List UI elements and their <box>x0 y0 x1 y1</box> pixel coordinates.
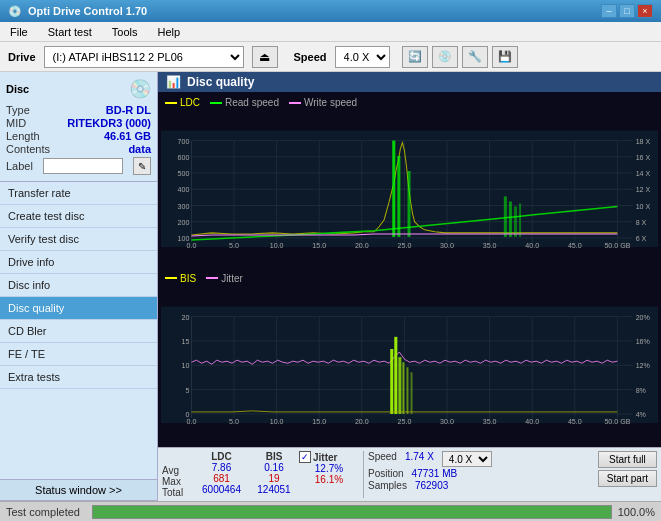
start-full-button[interactable]: Start full <box>598 451 657 468</box>
close-button[interactable]: × <box>637 4 653 18</box>
svg-text:10 X: 10 X <box>636 203 651 211</box>
length-label: Length <box>6 130 40 142</box>
svg-text:20.0: 20.0 <box>355 242 369 250</box>
stats-divider <box>363 451 364 498</box>
svg-text:300: 300 <box>178 203 190 211</box>
jitter-checkbox[interactable]: ✓ <box>299 451 311 463</box>
menu-help[interactable]: Help <box>151 24 186 40</box>
app-icon: 💿 <box>8 5 22 18</box>
action-buttons: Start full Start part <box>598 451 657 487</box>
bis-max: 19 <box>249 473 299 484</box>
refresh-button[interactable]: 🔄 <box>402 46 428 68</box>
label-label: Label <box>6 160 33 172</box>
svg-text:30.0: 30.0 <box>440 418 454 426</box>
speed-stat-select[interactable]: 4.0 X <box>442 451 492 467</box>
sidebar-item-cd-bler[interactable]: CD Bler <box>0 320 157 343</box>
svg-text:30.0: 30.0 <box>440 242 454 250</box>
svg-text:400: 400 <box>178 186 190 194</box>
main-area: Disc 💿 Type BD-R DL MID RITEKDR3 (000) L… <box>0 72 661 501</box>
label-input[interactable] <box>43 158 123 174</box>
sidebar-item-extra-tests[interactable]: Extra tests <box>0 366 157 389</box>
tools-button[interactable]: 🔧 <box>462 46 488 68</box>
content-area: 📊 Disc quality LDC Read speed <box>158 72 661 501</box>
svg-text:20%: 20% <box>636 313 651 321</box>
ldc-max: 681 <box>194 473 249 484</box>
sidebar: Disc 💿 Type BD-R DL MID RITEKDR3 (000) L… <box>0 72 158 501</box>
svg-text:14 X: 14 X <box>636 170 651 178</box>
svg-text:16 X: 16 X <box>636 154 651 162</box>
svg-text:35.0: 35.0 <box>483 242 497 250</box>
jitter-column-header: Jitter <box>313 452 337 463</box>
svg-rect-91 <box>398 357 401 414</box>
disc-button[interactable]: 💿 <box>432 46 458 68</box>
speed-select[interactable]: 4.0 X <box>335 46 390 68</box>
svg-rect-46 <box>407 171 410 237</box>
menu-tools[interactable]: Tools <box>106 24 144 40</box>
progress-track <box>92 505 612 519</box>
disc-panel-label: Disc <box>6 83 29 95</box>
progress-bar-container: Test completed 100.0% <box>0 501 661 521</box>
svg-rect-51 <box>161 306 658 423</box>
chart1-svg: 700 600 500 400 300 200 100 18 X 16 X 14… <box>161 110 658 268</box>
svg-rect-94 <box>411 372 413 414</box>
sidebar-item-fe-te[interactable]: FE / TE <box>0 343 157 366</box>
sidebar-item-verify-test-disc[interactable]: Verify test disc <box>0 228 157 251</box>
svg-text:8%: 8% <box>636 386 647 394</box>
svg-text:15.0: 15.0 <box>312 418 326 426</box>
label-edit-button[interactable]: ✎ <box>133 157 151 175</box>
status-window-button[interactable]: Status window >> <box>0 479 157 501</box>
svg-text:5.0: 5.0 <box>229 242 239 250</box>
maximize-button[interactable]: □ <box>619 4 635 18</box>
menu-file[interactable]: File <box>4 24 34 40</box>
svg-text:0.0: 0.0 <box>186 242 196 250</box>
svg-text:6 X: 6 X <box>636 235 647 243</box>
contents-label: Contents <box>6 143 50 155</box>
svg-rect-48 <box>509 201 512 237</box>
svg-text:500: 500 <box>178 170 190 178</box>
legend-read-speed: Read speed <box>210 97 279 108</box>
svg-text:35.0: 35.0 <box>483 418 497 426</box>
app-title: Opti Drive Control 1.70 <box>28 5 147 17</box>
write-speed-color <box>289 102 301 104</box>
mid-value: RITEKDR3 (000) <box>67 117 151 129</box>
svg-text:45.0: 45.0 <box>568 418 582 426</box>
svg-text:10.0: 10.0 <box>270 418 284 426</box>
menu-start-test[interactable]: Start test <box>42 24 98 40</box>
samples-value: 762903 <box>415 480 448 491</box>
jitter-max: 16.1% <box>299 474 359 485</box>
svg-rect-93 <box>406 367 408 414</box>
jitter-color <box>206 277 218 279</box>
minimize-button[interactable]: – <box>601 4 617 18</box>
svg-text:12%: 12% <box>636 362 651 370</box>
sidebar-item-disc-info[interactable]: Disc info <box>0 274 157 297</box>
samples-row: Samples 762903 <box>368 480 598 491</box>
position-row: Position 47731 MB <box>368 468 598 479</box>
svg-text:10.0: 10.0 <box>270 242 284 250</box>
sidebar-item-disc-quality[interactable]: Disc quality <box>0 297 157 320</box>
svg-text:20.0: 20.0 <box>355 418 369 426</box>
svg-text:0.0: 0.0 <box>186 418 196 426</box>
svg-text:18 X: 18 X <box>636 138 651 146</box>
eject-button[interactable]: ⏏ <box>252 46 278 68</box>
bis-avg: 0.16 <box>249 462 299 473</box>
sidebar-item-drive-info[interactable]: Drive info <box>0 251 157 274</box>
drive-select[interactable]: (I:) ATAPI iHBS112 2 PL06 <box>44 46 244 68</box>
speed-stat-value: 1.74 X <box>405 451 434 467</box>
save-button[interactable]: 💾 <box>492 46 518 68</box>
sidebar-item-create-test-disc[interactable]: Create test disc <box>0 205 157 228</box>
svg-text:40.0: 40.0 <box>525 418 539 426</box>
ldc-avg: 7.86 <box>194 462 249 473</box>
svg-rect-44 <box>392 141 395 237</box>
drive-label: Drive <box>8 51 36 63</box>
svg-text:50.0 GB: 50.0 GB <box>604 418 630 426</box>
chart2-svg: 20 15 10 5 0 20% 16% 12% 8% 4% 0.0 5.0 <box>161 286 658 444</box>
sidebar-item-transfer-rate[interactable]: Transfer rate <box>0 182 157 205</box>
ldc-total: 6000464 <box>194 484 249 495</box>
menu-bar: File Start test Tools Help <box>0 22 661 42</box>
ldc-color <box>165 102 177 104</box>
start-part-button[interactable]: Start part <box>598 470 657 487</box>
disc-info-panel: Disc 💿 Type BD-R DL MID RITEKDR3 (000) L… <box>0 72 157 182</box>
svg-text:5: 5 <box>185 386 189 394</box>
legend-bis: BIS <box>165 273 196 284</box>
svg-text:700: 700 <box>178 138 190 146</box>
